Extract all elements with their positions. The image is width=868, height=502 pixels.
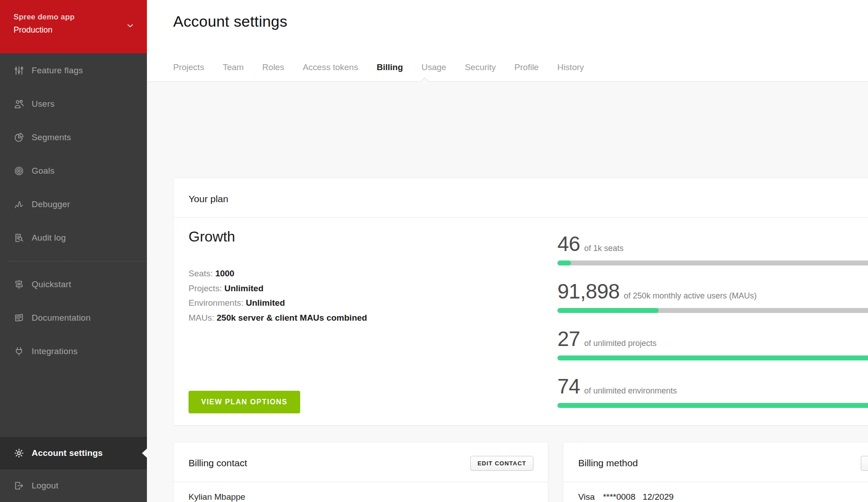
sidebar-item-documentation[interactable]: Documentation bbox=[0, 301, 147, 335]
sidebar-item-quickstart[interactable]: Quickstart bbox=[0, 268, 147, 301]
sidebar: Spree demo app Production Feature flags … bbox=[0, 0, 147, 502]
tab-roles[interactable]: Roles bbox=[262, 62, 284, 73]
sidebar-item-goals[interactable]: Goals bbox=[0, 154, 147, 188]
usage-environments-progressbar bbox=[557, 403, 868, 408]
segments-icon bbox=[14, 132, 24, 143]
view-plan-options-button[interactable]: VIEW PLAN OPTIONS bbox=[189, 391, 300, 413]
billing-method-card: Billing method Visa****000812/2029 Your … bbox=[563, 442, 868, 502]
usage-environments-label: of unlimited environments bbox=[584, 386, 677, 396]
sidebar-item-users[interactable]: Users bbox=[0, 87, 147, 121]
plan-card-header: Your plan bbox=[174, 178, 868, 218]
plan-card-title: Your plan bbox=[189, 193, 868, 205]
sidebar-item-segments[interactable]: Segments bbox=[0, 121, 147, 154]
billing-contact-card: Billing contact EDIT CONTACT Kylian Mbap… bbox=[173, 442, 548, 502]
tab-projects[interactable]: Projects bbox=[173, 62, 204, 73]
sidebar-item-label: Quickstart bbox=[32, 279, 71, 289]
main-content: Account settings Projects Team Roles Acc… bbox=[147, 0, 868, 502]
card-type: Visa bbox=[578, 492, 595, 502]
card-expiry: 12/2029 bbox=[642, 492, 674, 502]
users-icon bbox=[14, 99, 24, 109]
project-name: Spree demo app bbox=[14, 12, 133, 23]
sidebar-item-audit-log[interactable]: Audit log bbox=[0, 221, 147, 255]
tab-team[interactable]: Team bbox=[223, 62, 244, 73]
sidebar-item-feature-flags[interactable]: Feature flags bbox=[0, 54, 147, 87]
sidebar-item-label: Feature flags bbox=[32, 66, 83, 76]
usage-meters: 46 of 1k seats 91,898 of 250k monthly ac… bbox=[557, 232, 868, 422]
documentation-icon bbox=[14, 313, 24, 323]
gear-icon bbox=[14, 448, 24, 459]
sidebar-item-label: Debugger bbox=[32, 199, 70, 209]
sidebar-item-label: Logout bbox=[32, 481, 58, 491]
tab-usage[interactable]: Usage bbox=[421, 62, 446, 73]
environment-name: Production bbox=[14, 24, 133, 36]
usage-projects-progressbar bbox=[557, 355, 868, 360]
sidebar-item-label: Segments bbox=[32, 133, 71, 142]
billing-contact-name: Kylian Mbappe bbox=[189, 490, 533, 502]
sidebar-footer: Account settings Logout bbox=[0, 437, 147, 502]
your-plan-card: Your plan Growth Seats: 1000 Projects: U… bbox=[173, 178, 868, 426]
billing-method-title: Billing method bbox=[578, 457, 868, 469]
debugger-icon bbox=[14, 199, 24, 210]
billing-tab-panel: Your plan Growth Seats: 1000 Projects: U… bbox=[147, 82, 868, 502]
logout-icon bbox=[14, 480, 24, 491]
usage-seats: 46 of 1k seats bbox=[557, 232, 868, 265]
edit-contact-button[interactable]: EDIT CONTACT bbox=[470, 456, 533, 471]
chevron-down-icon[interactable] bbox=[125, 21, 135, 31]
card-on-file-row: Visa****000812/2029 bbox=[578, 490, 868, 502]
sidebar-item-account-settings[interactable]: Account settings bbox=[0, 437, 147, 469]
account-settings-page: { "colors": { "brand-red": "#c2161c", "s… bbox=[0, 0, 868, 502]
billing-method-header: Billing method bbox=[563, 442, 868, 482]
billing-contact-header: Billing contact EDIT CONTACT bbox=[174, 442, 548, 482]
usage-seats-progressbar bbox=[557, 260, 868, 265]
usage-environments-value: 74 bbox=[557, 375, 580, 398]
quickstart-icon bbox=[14, 279, 24, 290]
sidebar-item-label: Account settings bbox=[32, 448, 103, 458]
usage-projects-value: 27 bbox=[557, 327, 580, 350]
feature-flags-icon bbox=[14, 65, 24, 76]
page-header: Account settings Projects Team Roles Acc… bbox=[147, 0, 868, 82]
edit-billing-method-button[interactable] bbox=[861, 456, 868, 471]
sidebar-item-label: Goals bbox=[32, 166, 55, 176]
sidebar-item-label: Integrations bbox=[32, 346, 78, 356]
card-number-masked: ****0008 bbox=[603, 492, 636, 502]
usage-seats-label: of 1k seats bbox=[584, 244, 623, 253]
tab-billing[interactable]: Billing bbox=[377, 62, 403, 73]
tab-history[interactable]: History bbox=[557, 62, 584, 73]
tab-bar: Projects Team Roles Access tokens Billin… bbox=[173, 62, 584, 73]
usage-maus: 91,898 of 250k monthly active users (MAU… bbox=[557, 280, 868, 313]
usage-maus-progressbar bbox=[557, 308, 868, 313]
usage-environments: 74 of unlimited environments bbox=[557, 375, 868, 408]
billing-method-body: Visa****000812/2029 Your next billing da… bbox=[563, 482, 868, 502]
sidebar-divider bbox=[8, 261, 147, 261]
audit-log-icon bbox=[14, 232, 24, 243]
sidebar-item-label: Audit log bbox=[32, 233, 66, 243]
usage-projects: 27 of unlimited projects bbox=[557, 327, 868, 360]
usage-maus-label: of 250k monthly active users (MAUs) bbox=[624, 291, 757, 301]
page-title: Account settings bbox=[173, 13, 288, 30]
sidebar-item-label: Users bbox=[32, 99, 55, 109]
usage-maus-value: 91,898 bbox=[557, 280, 620, 303]
goals-icon bbox=[14, 166, 24, 176]
sidebar-item-label: Documentation bbox=[32, 313, 90, 323]
tab-access-tokens[interactable]: Access tokens bbox=[303, 62, 359, 73]
tab-profile[interactable]: Profile bbox=[514, 62, 539, 73]
active-item-notch bbox=[142, 449, 147, 458]
sidebar-item-logout[interactable]: Logout bbox=[0, 469, 147, 502]
sidebar-nav: Feature flags Users Segments Goals Debug… bbox=[0, 53, 147, 368]
tab-security[interactable]: Security bbox=[465, 62, 496, 73]
usage-projects-label: of unlimited projects bbox=[584, 339, 656, 348]
sidebar-item-integrations[interactable]: Integrations bbox=[0, 335, 147, 368]
integrations-icon bbox=[14, 346, 24, 357]
billing-contact-body: Kylian Mbappe refapp@launchdarkly.com Pa… bbox=[174, 482, 548, 502]
sidebar-item-debugger[interactable]: Debugger bbox=[0, 188, 147, 221]
environment-switcher[interactable]: Spree demo app Production bbox=[0, 0, 147, 53]
usage-seats-value: 46 bbox=[557, 232, 580, 255]
